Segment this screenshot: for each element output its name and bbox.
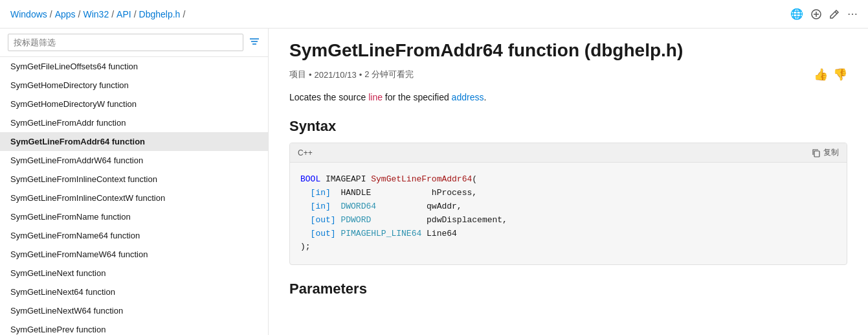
copy-label: 复制	[823, 147, 839, 158]
sidebar-item[interactable]: SymGetLineFromName64 function	[0, 226, 268, 245]
sidebar-item[interactable]: SymGetLineNext64 function	[0, 283, 268, 301]
breadcrumb: Windows / Apps / Win32 / API / Dbghelp.h…	[10, 9, 788, 19]
search-input[interactable]	[8, 34, 243, 51]
meta-date: 2021/10/13	[315, 70, 357, 80]
meta-sep2: •	[359, 70, 362, 80]
svg-line-3	[835, 12, 837, 14]
copy-button[interactable]: 复制	[812, 147, 839, 158]
sidebar-search-area	[0, 29, 268, 57]
sep5: /	[183, 9, 185, 19]
sidebar-item[interactable]: SymGetLineFromInlineContextW function	[0, 189, 268, 207]
sidebar-item[interactable]: SymGetLineFromAddr function	[0, 113, 268, 132]
sidebar-item[interactable]: SymGetLineFromName function	[0, 207, 268, 226]
globe-icon[interactable]: 🌐	[790, 8, 803, 20]
sidebar: SymGetFileLineOffsets64 functionSymGetHo…	[0, 29, 269, 335]
sidebar-item[interactable]: SymGetLineFromAddr64 function	[0, 132, 268, 151]
sep2: /	[78, 9, 81, 19]
code-lang: C++	[298, 148, 313, 157]
sidebar-item[interactable]: SymGetLineFromAddrW64 function	[0, 151, 268, 170]
filter-icon[interactable]	[249, 36, 260, 50]
top-bar-icons: 🌐 ⋯	[790, 8, 858, 20]
syntax-title: Syntax	[289, 118, 847, 135]
sep4: /	[134, 9, 137, 19]
sidebar-item[interactable]: SymGetHomeDirectory function	[0, 76, 268, 95]
highlight-line: line	[368, 92, 383, 102]
sep1: /	[50, 9, 52, 19]
edit-icon[interactable]	[829, 9, 840, 19]
page-title: SymGetLineFromAddr64 function (dbghelp.h…	[289, 39, 847, 62]
sidebar-item[interactable]: SymGetHomeDirectoryW function	[0, 95, 268, 113]
breadcrumb-api[interactable]: API	[117, 9, 131, 19]
meta-sep1: •	[309, 70, 312, 80]
meta-read: 2 分钟可看完	[364, 69, 414, 80]
meta-left: 项目 • 2021/10/13 • 2 分钟可看完	[289, 69, 414, 80]
sidebar-item[interactable]: SymGetLinePrev function	[0, 320, 268, 335]
thumbs-up-icon[interactable]: 👍	[814, 67, 828, 82]
parameters-title: Parameters	[289, 281, 847, 297]
highlight-address: address	[452, 92, 484, 102]
main-layout: SymGetFileLineOffsets64 functionSymGetHo…	[0, 29, 868, 335]
sidebar-item[interactable]: SymGetLineFromNameW64 function	[0, 245, 268, 264]
description: Locates the source line for the specifie…	[289, 92, 847, 102]
meta-bar: 项目 • 2021/10/13 • 2 分钟可看完 👍 👎	[289, 67, 847, 82]
more-icon[interactable]: ⋯	[847, 8, 858, 20]
content-area: SymGetLineFromAddr64 function (dbghelp.h…	[269, 29, 868, 335]
sidebar-item[interactable]: SymGetLineNext function	[0, 264, 268, 283]
breadcrumb-windows[interactable]: Windows	[10, 9, 47, 19]
code-content: BOOL IMAGEAPI SymGetLineFromAddr64( [in]…	[290, 163, 847, 264]
sidebar-list: SymGetFileLineOffsets64 functionSymGetHo…	[0, 57, 268, 335]
breadcrumb-dbghelp[interactable]: Dbghelp.h	[139, 9, 181, 19]
svg-rect-7	[814, 151, 819, 157]
sidebar-item[interactable]: SymGetLineNextW64 function	[0, 301, 268, 320]
breadcrumb-win32[interactable]: Win32	[83, 9, 109, 19]
meta-icons: 👍 👎	[814, 67, 847, 82]
thumbs-down-icon[interactable]: 👎	[833, 67, 847, 82]
add-icon[interactable]	[811, 9, 821, 19]
breadcrumb-apps[interactable]: Apps	[55, 9, 76, 19]
code-block-header: C++ 复制	[290, 143, 847, 163]
meta-prefix: 项目	[289, 69, 306, 80]
sep3: /	[111, 9, 114, 19]
top-bar: Windows / Apps / Win32 / API / Dbghelp.h…	[0, 0, 868, 29]
code-block-wrapper: C++ 复制 BOOL IMAGEAPI SymGetLineFromAddr6…	[289, 143, 847, 265]
sidebar-item[interactable]: SymGetFileLineOffsets64 function	[0, 57, 268, 76]
sidebar-item[interactable]: SymGetLineFromInlineContext function	[0, 170, 268, 189]
